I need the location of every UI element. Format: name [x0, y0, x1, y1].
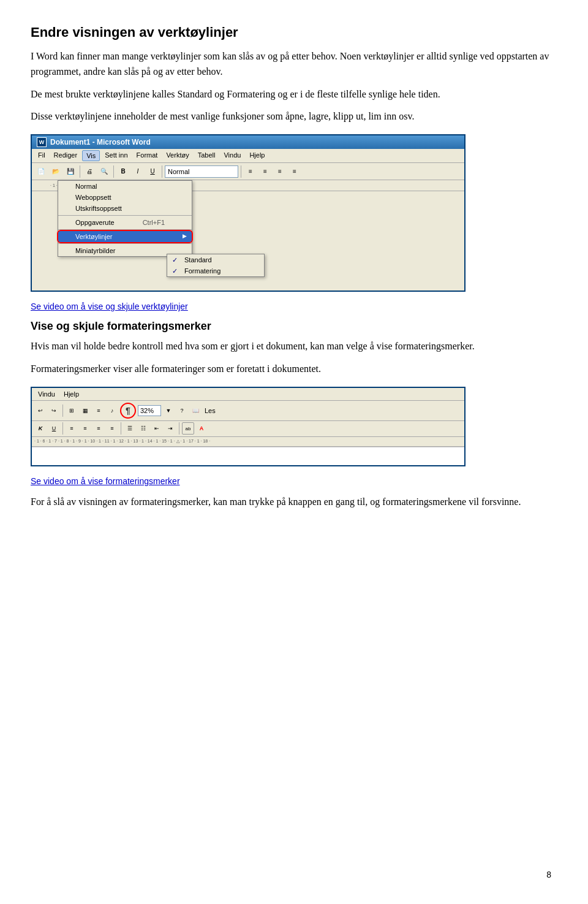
word-title: Dokument1 - Microsoft Word: [50, 138, 151, 146]
menu-vindu[interactable]: Vindu: [220, 150, 244, 161]
toolbar-sep2: [113, 165, 114, 178]
tb2-les-label: Les: [203, 407, 217, 414]
video-link-1[interactable]: Se video om å vise og skjule verktøylinj…: [31, 302, 557, 311]
fmt-indent2[interactable]: ⇥: [164, 422, 176, 435]
toolbar-open[interactable]: 📂: [49, 165, 62, 178]
menu2-hjelp[interactable]: Hjelp: [60, 389, 83, 399]
dropdown-divider-2: [58, 229, 192, 230]
tb2-sep1: [62, 405, 63, 417]
menu-format[interactable]: Format: [133, 150, 162, 161]
toolbar-align-j[interactable]: ≡: [288, 165, 301, 178]
menu-vis[interactable]: Vis: [82, 150, 100, 161]
fmt-align2[interactable]: ≡: [79, 422, 91, 435]
menu-verktoy[interactable]: Verktøy: [162, 150, 192, 161]
menu-fil[interactable]: Fil: [34, 150, 49, 161]
menu2-vindu[interactable]: Vindu: [34, 389, 59, 399]
paragraph-4: Hvis man vil holde bedre kontroll med hv…: [31, 339, 557, 354]
pilcrow-highlight: ¶: [120, 403, 136, 419]
submenu-standard[interactable]: Standard: [167, 254, 264, 265]
tb2-btn1[interactable]: ⊞: [66, 405, 78, 417]
style-selector[interactable]: Normal: [165, 165, 238, 178]
video-link-2[interactable]: Se video om å vise formateringsmerker: [31, 476, 557, 486]
paragraph-1: I Word kan finner man mange verktøylinje…: [31, 49, 557, 80]
word-content-2: [32, 447, 464, 465]
fmt-A[interactable]: A: [195, 422, 208, 435]
fmt-sep3: [179, 422, 179, 435]
vis-normal[interactable]: Normal: [58, 181, 192, 192]
word-titlebar: W Dokument1 - Microsoft Word: [32, 135, 464, 149]
fmt-ab[interactable]: ab: [182, 422, 194, 435]
dropdown-area: · 1 · 2 · | · 2 · 1 · 1 · 2 · 3 · 4 · 5 …: [32, 180, 464, 291]
paragraph-6: For å slå av visningen av formateringsme…: [31, 495, 557, 510]
menu-rediger[interactable]: Rediger: [50, 150, 81, 161]
toolbar-new[interactable]: 📄: [34, 165, 48, 178]
toolbar-align-c[interactable]: ≡: [258, 165, 272, 178]
toolbar-sep1: [80, 165, 80, 178]
fmt-sep1: [62, 422, 63, 435]
fmt-align4[interactable]: ≡: [106, 422, 118, 435]
fmt-sep2: [121, 422, 121, 435]
word-screenshot-1: W Dokument1 - Microsoft Word Fil Rediger…: [31, 134, 557, 292]
paragraph-2: De mest brukte verktøylinjene kalles Sta…: [31, 87, 557, 102]
ruler2-labels: · 1 · 6 · 1 · 7 · 1 · 8 · 1 · 9 · 1 · 10…: [34, 439, 210, 444]
toolbar-italic[interactable]: I: [131, 165, 145, 178]
fmt-indent1[interactable]: ⇤: [151, 422, 163, 435]
fmt-align1[interactable]: ≡: [66, 422, 78, 435]
fmt-list1[interactable]: ☰: [124, 422, 136, 435]
toolbar-align-r[interactable]: ≡: [273, 165, 287, 178]
verktoy-submenu: Standard Formatering: [167, 254, 265, 277]
toolbar-bold[interactable]: B: [116, 165, 130, 178]
toolbar2-row1: ↩ ↪ ⊞ ▦ ≡ ♪ ¶ 32% ▼ ? 📖 Les: [32, 401, 464, 421]
word-menubar: Fil Rediger Vis Sett inn Format Verktøy …: [32, 149, 464, 163]
pilcrow-container: ¶: [119, 402, 137, 419]
menu-hjelp[interactable]: Hjelp: [246, 150, 268, 161]
toolbar-align-l[interactable]: ≡: [244, 165, 257, 178]
format-toolbar: K U ≡ ≡ ≡ ≡ ☰ ☷ ⇤ ⇥ ab A: [32, 421, 464, 437]
paragraph-5: Formateringsmerker viser alle formaterin…: [31, 362, 557, 377]
vis-utskriftsoppsett[interactable]: Utskriftsoppsett: [58, 203, 192, 214]
toolbar-sep3: [162, 165, 162, 178]
section-2-heading: Vise og skjule formateringsmerker: [31, 320, 557, 333]
menu-sett-inn[interactable]: Sett inn: [101, 150, 131, 161]
tb2-btn3[interactable]: ≡: [92, 405, 105, 417]
page-title: Endre visningen av verktøylinjer: [31, 25, 557, 40]
vis-dropdown: Normal Weboppsett Utskriftsoppsett Oppga…: [58, 180, 192, 257]
tb2-btn4[interactable]: ♪: [106, 405, 118, 417]
standard-toolbar: 📄 📂 💾 🖨 🔍 B I U Normal ≡ ≡ ≡ ≡: [32, 163, 464, 180]
word-ruler-2: · 1 · 6 · 1 · 7 · 1 · 8 · 1 · 9 · 1 · 10…: [32, 437, 464, 447]
fmt-U[interactable]: U: [48, 422, 60, 435]
tb2-undo[interactable]: ↩: [34, 405, 47, 417]
vis-weboppsett[interactable]: Weboppsett: [58, 192, 192, 203]
toolbar-underline[interactable]: U: [146, 165, 159, 178]
zoom-percent[interactable]: 32%: [138, 405, 161, 416]
tb2-redo[interactable]: ↪: [48, 405, 60, 417]
vis-oppgaverute[interactable]: Oppgaverute Ctrl+F1: [58, 217, 192, 228]
tb2-book[interactable]: 📖: [189, 405, 202, 417]
toolbar-sep4: [241, 165, 241, 178]
menu-tabell[interactable]: Tabell: [194, 150, 219, 161]
tb2-zoom-dropdown[interactable]: ▼: [162, 405, 175, 417]
tb2-help[interactable]: ?: [176, 405, 188, 417]
fmt-list2[interactable]: ☷: [137, 422, 149, 435]
dropdown-divider-3: [58, 243, 192, 244]
toolbar-preview[interactable]: 🔍: [97, 165, 111, 178]
paragraph-3: Disse verktøylinjene inneholder de mest …: [31, 109, 557, 124]
submenu-formatering[interactable]: Formatering: [167, 265, 264, 276]
oppgaverute-shortcut: Ctrl+F1: [143, 219, 165, 226]
toolbar-save[interactable]: 💾: [64, 165, 77, 178]
pilcrow-symbol[interactable]: ¶: [126, 406, 130, 416]
word-icon: W: [37, 137, 47, 147]
toolbar-print[interactable]: 🖨: [83, 165, 96, 178]
vis-verktoylinjer[interactable]: Verktøylinjer: [58, 231, 192, 242]
word-menubar-2: Vindu Hjelp: [32, 388, 464, 401]
dropdown-divider-1: [58, 215, 192, 216]
fmt-K[interactable]: K: [34, 422, 47, 435]
word-screenshot-2: Vindu Hjelp ↩ ↪ ⊞ ▦ ≡ ♪ ¶ 32% ▼ ? 📖 Les: [31, 387, 557, 466]
tb2-btn2[interactable]: ▦: [79, 405, 91, 417]
fmt-align3[interactable]: ≡: [92, 422, 105, 435]
style-value: Normal: [168, 168, 189, 175]
